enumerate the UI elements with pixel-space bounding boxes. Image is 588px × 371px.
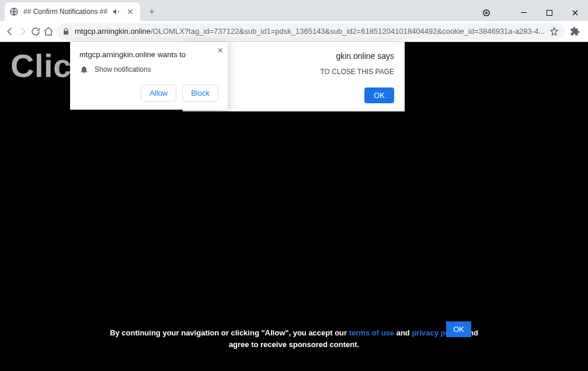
browser-tab[interactable]: ## Confirm Notifications ## <box>5 2 140 21</box>
browser-toolbar: mtgcp.arningkin.online/OLOMLX?tag_id=737… <box>0 21 588 42</box>
reload-button[interactable] <box>30 23 41 40</box>
tab-close-icon[interactable] <box>125 6 135 17</box>
home-button[interactable] <box>43 23 54 40</box>
bookmark-star-icon[interactable] <box>549 27 559 36</box>
window-close-button[interactable] <box>562 5 588 21</box>
window-controls <box>474 5 588 21</box>
consent-banner: By continuing your navigation or clickin… <box>0 327 588 350</box>
svg-rect-5 <box>547 10 552 16</box>
permission-origin: mtgcp.arningkin.online wants to <box>79 50 218 59</box>
close-icon[interactable]: × <box>218 46 223 56</box>
allow-button[interactable]: Allow <box>141 85 176 102</box>
js-alert-ok-button[interactable]: OK <box>364 88 394 103</box>
svg-point-3 <box>485 12 488 15</box>
tab-title: ## Confirm Notifications ## <box>23 8 107 16</box>
back-button[interactable] <box>5 23 15 40</box>
address-bar[interactable]: mtgcp.arningkin.online/OLOMLX?tag_id=737… <box>56 23 565 40</box>
consent-text: agree to receive sponsored content. <box>229 340 359 349</box>
bell-icon <box>79 65 89 74</box>
globe-icon <box>9 7 19 16</box>
consent-text: By continuing your navigation or clickin… <box>110 328 349 337</box>
url-text: mtgcp.arningkin.online/OLOMLX?tag_id=737… <box>75 27 545 36</box>
consent-ok-button[interactable]: OK <box>446 321 471 337</box>
new-tab-button[interactable] <box>144 4 160 20</box>
window-minimize-button[interactable] <box>511 5 537 21</box>
block-button[interactable]: Block <box>182 85 218 102</box>
incognito-avatar-icon[interactable] <box>474 5 499 21</box>
consent-text: and <box>394 328 412 337</box>
terms-link[interactable]: terms of use <box>349 328 394 337</box>
permission-label: Show notifications <box>95 65 151 74</box>
lock-icon[interactable] <box>62 27 70 36</box>
audio-muted-icon[interactable] <box>112 8 120 16</box>
forward-button[interactable] <box>18 23 28 40</box>
browser-titlebar: ## Confirm Notifications ## <box>0 0 588 21</box>
svg-rect-4 <box>521 12 527 13</box>
window-maximize-button[interactable] <box>537 5 562 21</box>
notification-permission-prompt: × mtgcp.arningkin.online wants to Show n… <box>70 42 228 110</box>
extensions-icon[interactable] <box>567 23 583 40</box>
